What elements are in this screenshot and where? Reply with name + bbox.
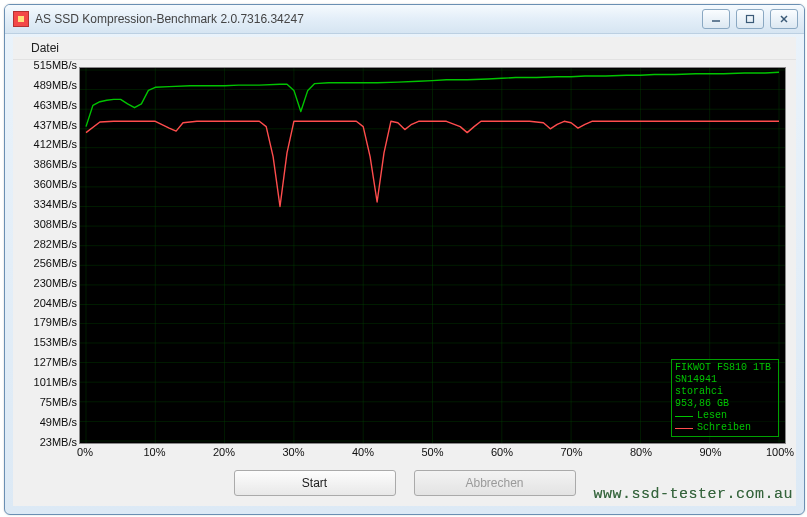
y-tick-label: 437MB/s: [34, 119, 77, 131]
y-tick-label: 489MB/s: [34, 79, 77, 91]
y-tick-label: 334MB/s: [34, 198, 77, 210]
menu-file[interactable]: Datei: [23, 39, 67, 57]
minimize-icon: [711, 14, 721, 24]
x-tick-label: 90%: [699, 446, 721, 458]
x-tick-label: 30%: [282, 446, 304, 458]
legend-device-line1: FIKWOT FS810 1TB: [675, 362, 775, 374]
x-axis-labels: 0%10%20%30%40%50%60%70%80%90%100%: [79, 446, 786, 462]
y-tick-label: 204MB/s: [34, 297, 77, 309]
close-button[interactable]: [770, 9, 798, 29]
y-tick-label: 282MB/s: [34, 238, 77, 250]
y-tick-label: 49MB/s: [40, 416, 77, 428]
window-title: AS SSD Kompression-Benchmark 2.0.7316.34…: [35, 12, 304, 26]
cancel-button: Abbrechen: [414, 470, 576, 496]
x-tick-label: 0%: [77, 446, 93, 458]
y-tick-label: 412MB/s: [34, 138, 77, 150]
x-tick-label: 70%: [560, 446, 582, 458]
y-tick-label: 127MB/s: [34, 356, 77, 368]
legend-device-line2: SN14941: [675, 374, 775, 386]
chart-plot: FIKWOT FS810 1TB SN14941 storahci 953,86…: [79, 67, 786, 444]
maximize-icon: [745, 14, 755, 24]
y-tick-label: 386MB/s: [34, 158, 77, 170]
y-tick-label: 308MB/s: [34, 218, 77, 230]
y-tick-label: 230MB/s: [34, 277, 77, 289]
x-tick-label: 50%: [421, 446, 443, 458]
y-tick-label: 360MB/s: [34, 178, 77, 190]
maximize-button[interactable]: [736, 9, 764, 29]
y-tick-label: 23MB/s: [40, 436, 77, 448]
x-tick-label: 60%: [491, 446, 513, 458]
y-tick-label: 179MB/s: [34, 316, 77, 328]
x-tick-label: 100%: [766, 446, 794, 458]
button-bar: Start Abbrechen: [23, 468, 786, 498]
y-tick-label: 256MB/s: [34, 257, 77, 269]
legend-swatch-read: [675, 416, 693, 417]
legend-swatch-write: [675, 428, 693, 429]
y-axis-labels: 23MB/s49MB/s75MB/s101MB/s127MB/s153MB/s1…: [23, 63, 79, 444]
app-icon: [13, 11, 29, 27]
y-tick-label: 153MB/s: [34, 336, 77, 348]
legend-row-write: Schreiben: [675, 422, 775, 434]
legend-device-line3: storahci: [675, 386, 775, 398]
y-tick-label: 463MB/s: [34, 99, 77, 111]
client-area: Datei 23MB/s49MB/s75MB/s101MB/s127MB/s15…: [13, 37, 796, 506]
svg-rect-1: [747, 16, 754, 23]
y-tick-label: 75MB/s: [40, 396, 77, 408]
x-tick-label: 40%: [352, 446, 374, 458]
app-window: AS SSD Kompression-Benchmark 2.0.7316.34…: [4, 4, 805, 515]
minimize-button[interactable]: [702, 9, 730, 29]
start-button[interactable]: Start: [234, 470, 396, 496]
legend-row-read: Lesen: [675, 410, 775, 422]
legend-device-line4: 953,86 GB: [675, 398, 775, 410]
x-tick-label: 80%: [630, 446, 652, 458]
legend-box: FIKWOT FS810 1TB SN14941 storahci 953,86…: [671, 359, 779, 437]
window-controls: [702, 9, 798, 29]
y-tick-label: 515MB/s: [34, 59, 77, 71]
menubar: Datei: [13, 37, 796, 60]
titlebar: AS SSD Kompression-Benchmark 2.0.7316.34…: [5, 5, 804, 34]
chart-area: 23MB/s49MB/s75MB/s101MB/s127MB/s153MB/s1…: [23, 63, 786, 462]
close-icon: [779, 14, 789, 24]
y-tick-label: 101MB/s: [34, 376, 77, 388]
x-tick-label: 10%: [143, 446, 165, 458]
x-tick-label: 20%: [213, 446, 235, 458]
legend-write-label: Schreiben: [697, 422, 751, 434]
legend-read-label: Lesen: [697, 410, 727, 422]
